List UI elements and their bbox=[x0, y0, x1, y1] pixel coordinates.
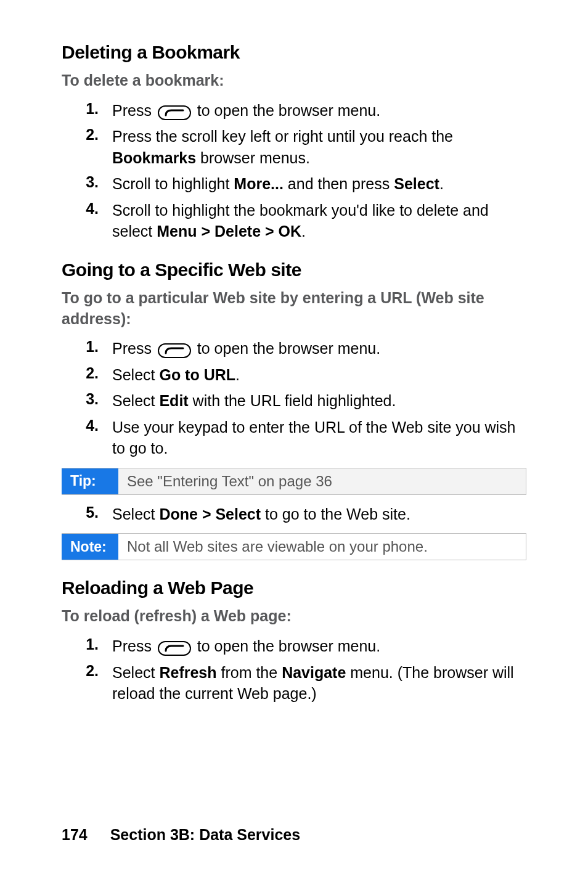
tip-callout: Tip: See "Entering Text" on page 36 bbox=[62, 468, 526, 495]
step-body: Press the scroll key left or right until… bbox=[112, 126, 526, 168]
tip-body: See "Entering Text" on page 36 bbox=[118, 468, 341, 494]
softkey-icon bbox=[158, 641, 191, 656]
step-posttext: to open the browser menu. bbox=[193, 102, 380, 119]
subhead-reloading-webpage: To reload (refresh) a Web page: bbox=[62, 606, 526, 627]
steps-delete-bookmark: 1. Press to open the browser menu. 2. Pr… bbox=[62, 100, 526, 242]
step-posttext: to open the browser menu. bbox=[193, 637, 380, 655]
step-body: Select Go to URL. bbox=[112, 364, 526, 386]
step-number: 1. bbox=[62, 635, 112, 653]
step-pretext: Press bbox=[112, 637, 156, 655]
list-item: 1. Press to open the browser menu. bbox=[62, 100, 526, 121]
step-body: Press to open the browser menu. bbox=[112, 100, 526, 121]
step-number: 4. bbox=[62, 200, 112, 218]
step-pretext: Press bbox=[112, 340, 156, 357]
steps-going-to-website-a: 1. Press to open the browser menu. 2. Se… bbox=[62, 338, 526, 459]
list-item: 2. Select Go to URL. bbox=[62, 364, 526, 386]
step-body: Press to open the browser menu. bbox=[112, 635, 526, 657]
note-callout: Note: Not all Web sites are viewable on … bbox=[62, 533, 526, 560]
note-body: Not all Web sites are viewable on your p… bbox=[118, 534, 436, 560]
step-number: 3. bbox=[62, 390, 112, 408]
softkey-icon bbox=[158, 105, 191, 120]
heading-reloading-webpage: Reloading a Web Page bbox=[62, 578, 526, 598]
step-body: Scroll to highlight More... and then pre… bbox=[112, 173, 526, 195]
section-reference: Section 3B: Data Services bbox=[110, 826, 300, 843]
list-item: 1. Press to open the browser menu. bbox=[62, 338, 526, 359]
steps-going-to-website-b: 5. Select Done > Select to go to the Web… bbox=[62, 504, 526, 525]
softkey-icon bbox=[158, 343, 191, 358]
step-number: 1. bbox=[62, 100, 112, 118]
subhead-delete-bookmark: To delete a bookmark: bbox=[62, 70, 526, 91]
step-pretext: Press bbox=[112, 102, 156, 119]
page-number: 174 bbox=[62, 826, 88, 843]
page-footer: 174 Section 3B: Data Services bbox=[62, 826, 300, 844]
steps-reloading-webpage: 1. Press to open the browser menu. 2. Se… bbox=[62, 635, 526, 704]
heading-deleting-bookmark: Deleting a Bookmark bbox=[62, 42, 526, 63]
step-body: Select Refresh from the Navigate menu. (… bbox=[112, 662, 526, 704]
heading-going-to-website: Going to a Specific Web site bbox=[62, 259, 526, 280]
step-body: Use your keypad to enter the URL of the … bbox=[112, 417, 526, 459]
step-body: Select Edit with the URL field highlight… bbox=[112, 390, 526, 412]
tip-label: Tip: bbox=[62, 468, 118, 494]
subhead-going-to-website: To go to a particular Web site by enteri… bbox=[62, 288, 526, 330]
list-item: 3. Scroll to highlight More... and then … bbox=[62, 173, 526, 195]
list-item: 1. Press to open the browser menu. bbox=[62, 635, 526, 657]
step-number: 2. bbox=[62, 662, 112, 680]
list-item: 4. Scroll to highlight the bookmark you'… bbox=[62, 200, 526, 242]
step-body: Scroll to highlight the bookmark you'd l… bbox=[112, 200, 526, 242]
step-number: 3. bbox=[62, 173, 112, 191]
list-item: 4. Use your keypad to enter the URL of t… bbox=[62, 417, 526, 459]
list-item: 2. Press the scroll key left or right un… bbox=[62, 126, 526, 168]
step-number: 4. bbox=[62, 417, 112, 435]
step-body: Select Done > Select to go to the Web si… bbox=[112, 504, 526, 525]
step-number: 5. bbox=[62, 504, 112, 521]
step-posttext: to open the browser menu. bbox=[193, 340, 380, 357]
step-body: Press to open the browser menu. bbox=[112, 338, 526, 359]
note-label: Note: bbox=[62, 534, 118, 560]
list-item: 2. Select Refresh from the Navigate menu… bbox=[62, 662, 526, 704]
step-number: 1. bbox=[62, 338, 112, 356]
step-number: 2. bbox=[62, 364, 112, 382]
list-item: 3. Select Edit with the URL field highli… bbox=[62, 390, 526, 412]
list-item: 5. Select Done > Select to go to the Web… bbox=[62, 504, 526, 525]
step-number: 2. bbox=[62, 126, 112, 144]
